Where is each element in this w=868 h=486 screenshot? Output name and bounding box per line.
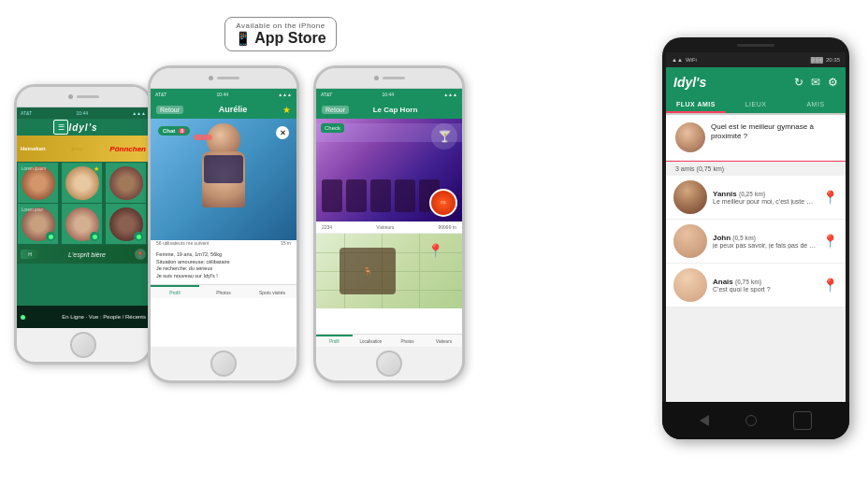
iphone2-camera: [209, 76, 213, 80]
user-item-2[interactable]: John (0,5 km) je peux pas savoir, je fai…: [666, 220, 846, 264]
recents-nav-btn[interactable]: [793, 411, 812, 430]
profile-name: Aurélie: [219, 105, 248, 114]
screen3-statusbar: AT&T 10:44 ▲▲▲: [316, 89, 462, 100]
venue-sticker: FG: [429, 189, 457, 217]
screen2-statusbar: AT&T 10:44 ▲▲▲: [151, 89, 297, 100]
tab-visiteurs3[interactable]: Visiteurs: [426, 335, 462, 347]
android-tab-lieux[interactable]: LIEUX: [726, 97, 786, 113]
iphone3-screen: AT&T 10:44 ▲▲▲ Retour Le Cap Horn: [316, 89, 462, 347]
tab-photos[interactable]: Photos: [199, 285, 248, 298]
screen2-photo: Chat 8 ✕: [151, 119, 297, 240]
close-badge[interactable]: ✕: [276, 126, 289, 139]
iphone3-camera: [374, 76, 379, 80]
message-icon[interactable]: ✉: [811, 76, 820, 89]
screen1-grid: Lorem ipsum ★ Lorem pour: [17, 162, 150, 245]
grid-cell-6[interactable]: [106, 204, 146, 244]
user-name-2: John (0,5 km): [713, 234, 817, 242]
chat-badge[interactable]: Chat 8: [158, 126, 190, 136]
question-text: Quel est le meilleur gymnase à proximité…: [711, 122, 836, 142]
android-tab-flux[interactable]: FLUX AMIS: [666, 97, 726, 113]
screen2-tabs: Profil Photos Spots visités: [151, 284, 297, 298]
venue-name: Le Cap Horn: [373, 106, 418, 114]
back-button2[interactable]: Retour: [156, 106, 183, 114]
user-avatar-3: [673, 268, 707, 302]
appstore-available: Available on the iPhone: [236, 21, 325, 30]
grid-cell-4[interactable]: Lorem pour: [18, 204, 58, 244]
android-phone: ▲▲ WiFi ▓▓▓ 20:35 Idyl's ↻ ✉ ⚙ FLUX A: [662, 37, 849, 439]
visits-label: Visiteurs: [376, 224, 394, 230]
android-speaker: [662, 37, 849, 52]
user-item-1[interactable]: Yannis (0,25 km) Le meilleur pour moi, c…: [666, 176, 846, 220]
user-comment-2: je peux pas savoir, je fais pas de sport…: [713, 242, 817, 249]
tab-profil[interactable]: Profil: [151, 285, 199, 298]
info-line2: Situation amoureuse: célibataire: [156, 259, 291, 266]
visit-count: 2234: [322, 224, 332, 230]
grid-cell-1[interactable]: Lorem ipsum: [18, 163, 58, 203]
refresh-icon[interactable]: ↻: [794, 76, 803, 89]
tab-photos3[interactable]: Photos: [389, 335, 426, 347]
favorite-star[interactable]: ★: [282, 105, 291, 115]
scene: Available on the iPhone 📱 App Store AT&T…: [0, 0, 868, 486]
chat-label: Chat: [163, 128, 175, 134]
venue-distance: 99999 m: [439, 224, 456, 230]
screen3-stats: 2234 Visiteurs 99999 m: [316, 222, 462, 234]
android-tabs: FLUX AMIS LIEUX AMIS: [666, 97, 846, 115]
android-statusbar: ▲▲ WiFi ▓▓▓ 20:35: [666, 52, 846, 67]
user-avatar-1: [673, 180, 707, 214]
tab-spots[interactable]: Spots visités: [248, 285, 297, 298]
iphone3-speaker: [383, 77, 405, 79]
screen1-topbar: ☰ Idyl's: [17, 119, 150, 136]
user-info-3: Anais (0,75 km) C'est quoi le sport ?: [713, 278, 817, 293]
location-pin-3[interactable]: 📍: [822, 278, 838, 293]
screen3-tabs: Profil Localisation Photos Visiteurs: [316, 334, 462, 347]
screen3-image: 🍸 Check FG: [316, 119, 462, 222]
tab-profil3[interactable]: Profil: [316, 335, 353, 347]
android-logo: Idyl's: [673, 75, 706, 90]
screen1-content: AT&T 10:44 ▲▲▲ ☰ Idyl's Heineken pour Pö…: [17, 107, 150, 328]
back-nav-btn[interactable]: [700, 415, 709, 426]
ad-subtext: pour: [71, 146, 83, 151]
iphone1-top: [17, 87, 150, 107]
iphone3-home[interactable]: [376, 350, 402, 377]
status-icons2: ▲▲▲: [278, 92, 292, 97]
user-info-1: Yannis (0,25 km) Le meilleur pour moi, c…: [713, 190, 817, 205]
grid-cell-3[interactable]: [106, 163, 146, 203]
checkin-label: Check: [325, 125, 340, 131]
iphone2-screen: AT&T 10:44 ▲▲▲ Retour Aurélie ★: [151, 89, 297, 347]
home-nav-btn[interactable]: [745, 415, 757, 426]
location-pin-1[interactable]: 📍: [822, 190, 838, 205]
tab-localisation3[interactable]: Localisation: [353, 335, 389, 347]
settings-icon[interactable]: ⚙: [828, 76, 838, 89]
iphone2-top: [151, 68, 297, 89]
chat-count: 8: [179, 128, 185, 134]
appstore-badge[interactable]: Available on the iPhone 📱 App Store: [224, 17, 337, 51]
iphone2-home[interactable]: [210, 350, 237, 377]
location-pin-2[interactable]: 📍: [822, 234, 838, 249]
battery-icon: ▓▓▓: [811, 57, 823, 63]
checkin-badge[interactable]: Check: [321, 123, 344, 133]
iphone3: AT&T 10:44 ▲▲▲ Retour Le Cap Horn: [313, 65, 465, 383]
carrier1: AT&T: [21, 110, 32, 116]
status-icons3: ▲▲▲: [443, 92, 457, 97]
screen1-ad: Heineken pour Pönnchen: [17, 136, 150, 162]
android-time: 20:35: [826, 57, 840, 63]
screen3-content: AT&T 10:44 ▲▲▲ Retour Le Cap Horn: [316, 89, 462, 347]
appstore-icon: 📱: [235, 31, 251, 46]
question-avatar: [675, 122, 705, 152]
grid-cell-2[interactable]: ★: [62, 163, 102, 203]
grid-cell-5[interactable]: [62, 204, 102, 244]
android-screen: ▲▲ WiFi ▓▓▓ 20:35 Idyl's ↻ ✉ ⚙ FLUX A: [666, 52, 846, 402]
iphone1: AT&T 10:44 ▲▲▲ ☰ Idyl's Heineken pour Pö…: [14, 84, 152, 364]
info-line1: Femme, 19 ans, 1m72, 56kg: [156, 251, 291, 259]
user-item-3[interactable]: Anais (0,75 km) C'est quoi le sport ? 📍: [666, 264, 846, 307]
user-name-3: Anais (0,75 km): [713, 278, 817, 286]
cocktail-icon: 🍸: [431, 123, 457, 150]
back-button3[interactable]: Retour: [322, 106, 349, 114]
friends-count: 3 amis (0,75 km): [666, 162, 846, 176]
iphone1-home[interactable]: [70, 332, 96, 358]
user-comment-3: C'est quoi le sport ?: [713, 286, 817, 293]
screen1-statusbar: AT&T 10:44 ▲▲▲: [17, 107, 150, 119]
heineken-brand: Heineken: [21, 146, 46, 151]
time2: 10:44: [217, 92, 229, 97]
android-tab-amis[interactable]: AMIS: [786, 97, 846, 113]
